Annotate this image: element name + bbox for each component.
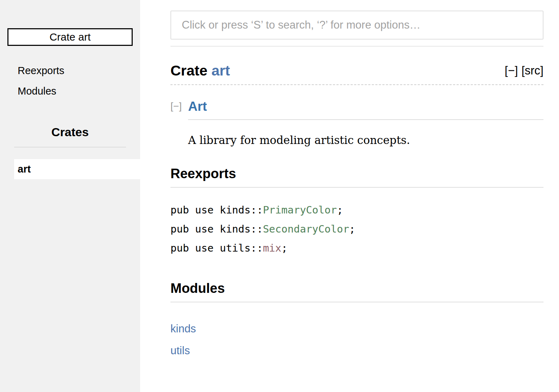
reexport-link-primarycolor[interactable]: PrimaryColor	[263, 204, 337, 216]
doc-paragraph: A library for modeling artistic concepts…	[188, 134, 543, 146]
heading-actions: [−][src]	[505, 62, 543, 79]
src-link[interactable]: [src]	[522, 64, 543, 77]
sidebar-crate-item-art[interactable]: art	[14, 159, 140, 179]
module-row: kinds	[170, 319, 543, 340]
doc-collapse-toggle[interactable]: [−]	[170, 101, 182, 112]
reexport-code-suffix: ;	[281, 242, 287, 254]
reexports-list: pub use kinds::PrimaryColor; pub use kin…	[170, 200, 543, 258]
reexports-section-heading: Reexports	[170, 166, 543, 188]
reexport-code-prefix: pub use kinds::	[170, 223, 263, 235]
reexport-link-mix[interactable]: mix	[263, 242, 281, 254]
search-divider	[170, 46, 543, 47]
sidebar-item-reexports[interactable]: Reexports	[18, 66, 140, 76]
reexport-code-prefix: pub use utils::	[170, 242, 263, 254]
module-link-kinds[interactable]: kinds	[170, 322, 196, 335]
page-title: [−][src] Crate art	[170, 62, 543, 85]
sidebar-crates-divider	[14, 147, 126, 147]
module-link-utils[interactable]: utils	[170, 344, 190, 357]
docblock: Art A library for modeling artistic conc…	[188, 99, 543, 146]
module-row: utils	[170, 340, 543, 362]
modules-list: kinds utils	[170, 319, 543, 362]
page-title-prefix: Crate	[170, 62, 211, 79]
reexport-code-suffix: ;	[337, 204, 343, 216]
sidebar-item-modules[interactable]: Modules	[18, 86, 140, 96]
sidebar: Crate art Reexports Modules Crates art	[0, 0, 140, 392]
sidebar-crates-heading: Crates	[0, 125, 140, 139]
sidebar-section-links: Reexports Modules	[0, 66, 140, 96]
sidebar-crate-location: Crate art	[7, 28, 133, 46]
reexport-row: pub use utils::mix;	[170, 239, 543, 258]
page-title-crate-link[interactable]: art	[211, 62, 230, 79]
reexport-code-prefix: pub use kinds::	[170, 204, 263, 216]
modules-section-heading: Modules	[170, 281, 543, 302]
reexport-row: pub use kinds::PrimaryColor;	[170, 200, 543, 219]
doc-title: Art	[188, 99, 543, 120]
main-content: [−][src] Crate art [−] Art A library for…	[140, 11, 559, 362]
collapse-all-button[interactable]: [−]	[505, 64, 518, 77]
reexport-code-suffix: ;	[349, 223, 355, 235]
doc-section: [−] Art A library for modeling artistic …	[170, 99, 543, 146]
search-input[interactable]	[170, 11, 543, 40]
reexport-link-secondarycolor[interactable]: SecondaryColor	[263, 223, 349, 235]
reexport-row: pub use kinds::SecondaryColor;	[170, 219, 543, 239]
